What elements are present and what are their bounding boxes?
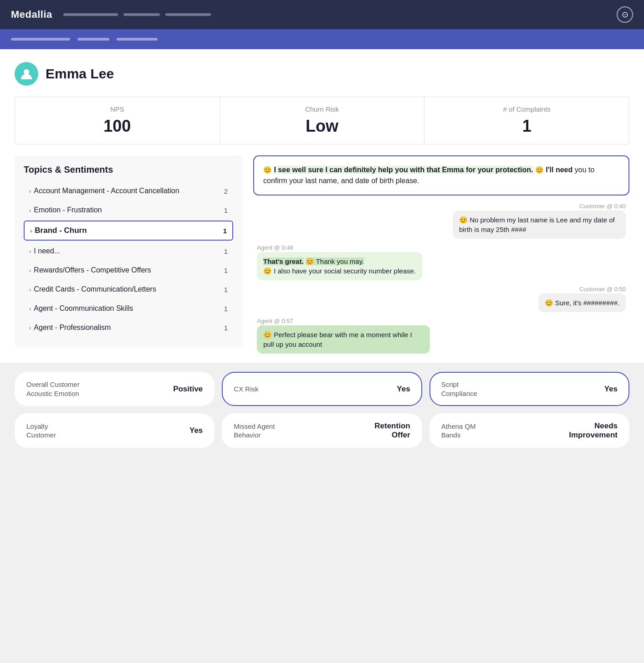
topic-item-0[interactable]: › Account Management - Account Cancellat… (24, 182, 233, 200)
topic-count-4: 1 (224, 267, 228, 274)
bold-chat-text: I'll need (546, 166, 572, 174)
chat-bubble-agent-2: 😊 Perfect please bear with me a moment w… (257, 325, 430, 354)
topic-label-1: Emotion - Frustration (34, 206, 102, 214)
chat-bubble-customer-2: 😊 Sure, it's #########. (538, 293, 626, 312)
topic-label-5: Credit Cards - Communication/Letters (34, 285, 156, 293)
topic-label-6: Agent - Coommunication Skills (34, 304, 133, 313)
topic-item-5[interactable]: › Credit Cards - Communication/Letters 1 (24, 281, 233, 298)
topic-count-6: 1 (224, 305, 228, 313)
bottom-badges: Overall CustomerAcoustic Emotion Positiv… (0, 363, 644, 457)
badge-label-missed-agent: Missed AgentBehavior (234, 422, 275, 440)
complaints-value: 1 (434, 117, 620, 136)
chevron-icon-0: › (29, 188, 31, 195)
complaints-label: # of Complaints (434, 105, 620, 113)
badge-loyalty: LoyaltyCustomer Yes (15, 413, 215, 448)
timestamp-agent-1: Agent @ 0:46 (257, 244, 293, 251)
nps-value: 100 (24, 117, 210, 136)
app-logo: Medallia (11, 9, 52, 21)
topic-item-1[interactable]: › Emotion - Frustration 1 (24, 201, 233, 219)
sub-nav-bar-3 (117, 38, 158, 41)
chevron-icon-7: › (29, 324, 31, 331)
churn-risk-stat: Churn Risk Low (220, 97, 425, 144)
badge-value-athena-qm: NeedsImprovement (569, 421, 618, 440)
chat-highlight-box: 😊 I see well sure I can definitely help … (253, 155, 629, 195)
topic-label-7: Agent - Professionalism (34, 324, 111, 332)
chevron-icon-5: › (29, 286, 31, 293)
timestamp-agent-2: Agent @ 0:57 (257, 318, 293, 324)
sub-nav-bar-1 (11, 38, 70, 41)
badge-missed-agent: Missed AgentBehavior RetentionOffer (222, 413, 422, 448)
badge-script-compliance: ScriptCompliance Yes (429, 372, 629, 406)
nav-bar-group (63, 13, 211, 16)
timestamp-customer-1: Customer @ 0:40 (579, 203, 626, 210)
badge-label-overall-emotion: Overall CustomerAcoustic Emotion (26, 380, 80, 398)
nav-bar-3 (165, 13, 211, 16)
badge-value-script-compliance: Yes (604, 385, 618, 394)
emoji-2: 😊 (535, 166, 544, 174)
churn-risk-value: Low (229, 117, 415, 136)
main-content: Emma Lee NPS 100 Churn Risk Low # of Com… (0, 49, 644, 363)
highlighted-chat-text: I see well sure I can definitely help yo… (274, 166, 533, 174)
agent-message-2: Agent @ 0:57 😊 Perfect please bear with … (257, 318, 626, 354)
topics-title: Topics & Sentiments (24, 164, 233, 175)
badge-label-athena-qm: Athena QMBands (441, 422, 476, 440)
profile-name: Emma Lee (46, 66, 114, 82)
topic-item-6[interactable]: › Agent - Coommunication Skills 1 (24, 300, 233, 317)
badge-value-missed-agent: RetentionOffer (374, 421, 410, 440)
topic-label-0: Account Management - Account Cancellatio… (34, 187, 179, 195)
topic-count-5: 1 (224, 286, 228, 293)
topic-item-4[interactable]: › Rewards/Offers - Competitive Offers 1 (24, 262, 233, 279)
chat-bubble-agent-1: That's great. 😊 Thank you may. 😊 I also … (257, 252, 422, 280)
chat-bubble-customer-1: 😊 No problem my last name is Lee and my … (453, 211, 626, 239)
topic-label-2: Brand - Churn (35, 226, 87, 235)
chat-panel: 😊 I see well sure I can definitely help … (253, 155, 629, 354)
nps-stat: NPS 100 (15, 97, 220, 144)
topics-panel: Topics & Sentiments › Account Management… (15, 155, 242, 347)
chevron-icon-2: › (30, 227, 32, 234)
badges-row-1: Overall CustomerAcoustic Emotion Positiv… (15, 372, 629, 406)
chevron-icon-6: › (29, 305, 31, 312)
sub-nav-bar-2 (77, 38, 109, 41)
badge-overall-emotion: Overall CustomerAcoustic Emotion Positiv… (15, 372, 215, 406)
badge-label-script-compliance: ScriptCompliance (441, 380, 477, 398)
customer-message-1: Customer @ 0:40 😊 No problem my last nam… (257, 203, 626, 239)
top-navigation: Medallia ⊙ (0, 0, 644, 29)
timestamp-customer-2: Customer @ 0:50 (579, 286, 626, 293)
topic-count-3: 1 (224, 247, 228, 255)
customer-message-2: Customer @ 0:50 😊 Sure, it's #########. (257, 286, 626, 312)
chevron-icon-4: › (29, 267, 31, 274)
badge-label-cx-risk: CX Risk (234, 385, 258, 394)
badge-label-loyalty: LoyaltyCustomer (26, 422, 56, 440)
chat-messages: Customer @ 0:40 😊 No problem my last nam… (253, 203, 629, 354)
topic-count-1: 1 (224, 206, 228, 214)
topic-item-brand-churn[interactable]: › Brand - Churn 1 (24, 221, 233, 241)
user-avatar-icon[interactable]: ⊙ (617, 6, 633, 23)
badges-row-2: LoyaltyCustomer Yes Missed AgentBehavior… (15, 413, 629, 448)
topic-count-2: 1 (223, 227, 227, 235)
topic-count-7: 1 (224, 324, 228, 332)
emoji-1: 😊 (263, 166, 272, 174)
topic-item-7[interactable]: › Agent - Professionalism 1 (24, 319, 233, 336)
topic-label-3: I need... (34, 247, 60, 255)
nav-bar-2 (123, 13, 160, 16)
chevron-icon-1: › (29, 207, 31, 214)
badge-value-cx-risk: Yes (397, 385, 410, 394)
badge-athena-qm: Athena QMBands NeedsImprovement (429, 413, 629, 448)
sub-navigation (0, 29, 644, 49)
topic-item-3[interactable]: › I need... 1 (24, 242, 233, 260)
badge-cx-risk: CX Risk Yes (222, 372, 422, 406)
nps-label: NPS (24, 105, 210, 113)
profile-header: Emma Lee (15, 62, 629, 86)
badge-value-overall-emotion: Positive (173, 385, 203, 394)
agent-message-1: Agent @ 0:46 That's great. 😊 Thank you m… (257, 244, 626, 280)
main-grid: Topics & Sentiments › Account Management… (15, 155, 629, 354)
churn-risk-label: Churn Risk (229, 105, 415, 113)
topic-count-0: 2 (224, 187, 228, 195)
badge-value-loyalty: Yes (189, 426, 203, 435)
complaints-stat: # of Complaints 1 (424, 97, 629, 144)
nav-bar-1 (63, 13, 118, 16)
stats-row: NPS 100 Churn Risk Low # of Complaints 1 (15, 97, 629, 144)
chevron-icon-3: › (29, 248, 31, 255)
topic-label-4: Rewards/Offers - Competitive Offers (34, 266, 151, 274)
profile-avatar (15, 62, 38, 86)
